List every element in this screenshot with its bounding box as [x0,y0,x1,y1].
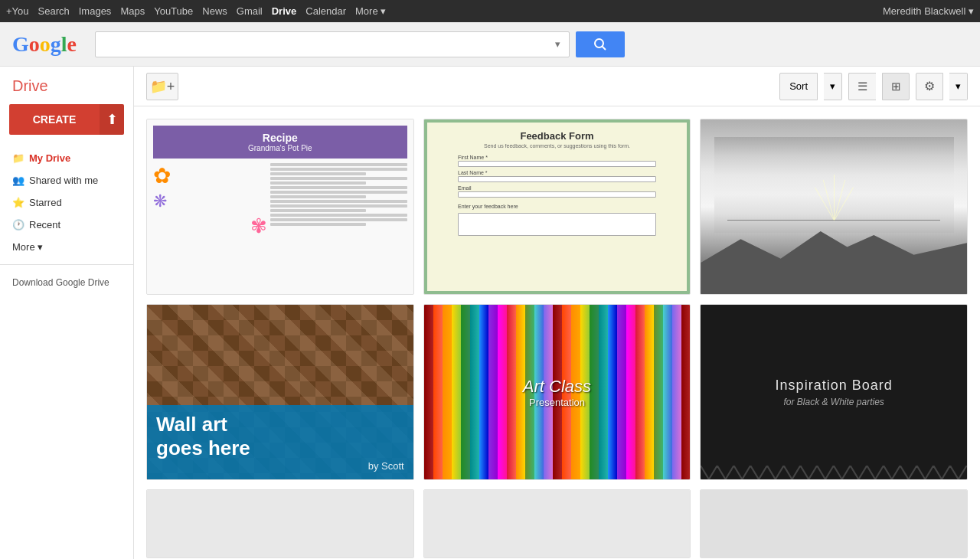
sidebar-label-my-drive: My Drive [29,152,70,164]
google-bar: +You Search Images Maps YouTube News Gma… [0,0,980,22]
file-preview-wall-art: Wall art goes here by Scott [147,305,413,479]
grid-view-icon: ⊞ [891,80,901,93]
recipe-text-line [270,163,407,166]
art-class-title: Art Class [523,377,591,397]
create-button-group: CREATE ⬆ [9,104,124,135]
google-bar-maps[interactable]: Maps [120,5,145,17]
logo-l: l [61,32,67,57]
recipe-text-line [270,181,366,185]
file-preview-inspiration: Inspiration Board for Black & White part… [701,305,967,479]
logo-o1: o [29,32,40,57]
sidebar-item-my-drive[interactable]: 📁 My Drive [0,147,133,169]
file-tile-wall-art[interactable]: Wall art goes here by Scott [146,304,414,480]
settings-chevron-icon: ▾ [956,80,961,92]
grid-view-button[interactable]: ⊞ [882,73,910,100]
search-button[interactable] [576,31,625,57]
download-drive-link[interactable]: Download Google Drive [0,271,133,294]
file-tile-art-class[interactable]: Art Class Presentation [423,304,691,480]
recipe-text-line [270,218,407,221]
svg-line-1 [603,46,606,50]
recipe-text-line [270,186,407,189]
list-view-button[interactable]: ☰ [848,73,876,100]
file-tile-partial-3[interactable] [700,489,968,558]
feedback-field-email: Email [458,185,656,198]
clock-icon: 🕐 [12,219,24,230]
search-dropdown-button[interactable]: ▾ [545,31,570,57]
create-dropdown-button[interactable]: ⬆ [100,104,124,135]
feedback-field-last: Last Name * [458,170,656,182]
search-input[interactable] [95,31,570,57]
sort-button[interactable]: Sort [779,73,818,100]
settings-button[interactable]: ⚙ [916,73,943,100]
google-bar-drive[interactable]: Drive [272,5,297,17]
new-folder-button[interactable]: 📁+ [146,73,178,100]
google-bar-more[interactable]: More ▾ [355,5,386,17]
recipe-text-line [270,200,407,203]
drive-title: Drive [0,74,133,104]
sidebar-label-more: More ▾ [12,241,43,253]
file-tile-partial-1[interactable] [146,489,414,558]
svg-point-0 [595,39,603,47]
logo-g: G [12,32,29,57]
recipe-text-line [270,172,366,175]
content-area: 📁+ Sort ▾ ☰ ⊞ ⚙ ▾ [134,67,980,559]
file-preview-feedback: Feedback Form Send us feedback, comments… [424,119,691,294]
shared-icon: 👥 [12,175,24,186]
logo-e: e [67,32,77,57]
sort-chevron-icon: ▾ [830,80,835,92]
settings-icon: ⚙ [924,79,935,93]
list-view-icon: ☰ [858,80,867,93]
logo-o2: o [40,32,51,57]
file-preview-sky [701,119,967,294]
search-row: Google ▾ [0,22,980,67]
file-tile-partial-2[interactable] [423,489,691,558]
recipe-text-line [270,204,407,208]
file-preview-recipe: Recipe Grandma's Pot Pie ✿ ❋ ✾ [147,119,413,294]
upload-icon: ⬆ [106,111,118,128]
wall-art-text2: goes here [156,436,404,460]
feedback-field-first: First Name * [458,155,656,167]
art-class-subtitle: Presentation [529,397,585,408]
google-bar-gmail[interactable]: Gmail [237,5,263,17]
sidebar-label-shared: Shared with me [29,175,98,186]
my-drive-icon: 📁 [12,152,24,164]
recipe-header: Recipe Grandma's Pot Pie [153,126,407,159]
sidebar-label-starred: Starred [29,197,62,208]
sidebar: Drive CREATE ⬆ 📁 My Drive 👥 Shared with … [0,67,134,559]
search-input-wrap: ▾ [95,31,570,57]
create-main-button[interactable]: CREATE [9,104,100,135]
wall-art-text1: Wall art [156,413,404,436]
recipe-text-line [270,195,366,198]
google-bar-news[interactable]: News [202,5,227,17]
recipe-flower-orange: ✿ [153,163,267,188]
content-toolbar: 📁+ Sort ▾ ☰ ⊞ ⚙ ▾ [134,67,980,106]
sidebar-item-recent[interactable]: 🕐 Recent [0,214,133,236]
file-tile-feedback-form[interactable]: Feedback Form Send us feedback, comments… [423,119,691,295]
feedback-subtitle: Send us feedback, comments, or suggestio… [484,143,630,149]
sort-label: Sort [789,80,808,92]
recipe-text-line [270,209,366,212]
google-bar-images[interactable]: Images [79,5,112,17]
wall-art-by: by Scott [156,460,404,472]
file-tile-recipe[interactable]: Recipe Grandma's Pot Pie ✿ ❋ ✾ [146,119,414,295]
search-icon [593,38,607,51]
recipe-text-line [270,177,407,180]
main-layout: Drive CREATE ⬆ 📁 My Drive 👥 Shared with … [0,67,980,559]
google-bar-calendar[interactable]: Calendar [305,5,346,17]
sort-dropdown-button[interactable]: ▾ [824,73,842,100]
file-tile-inspiration[interactable]: Inspiration Board for Black & White part… [700,304,968,480]
recipe-text-line [270,214,407,217]
sidebar-item-shared-with-me[interactable]: 👥 Shared with me [0,169,133,191]
google-bar-search[interactable]: Search [38,5,70,17]
user-account-bar[interactable]: Meredith Blackwell ▾ [883,5,974,17]
settings-dropdown-button[interactable]: ▾ [949,73,968,100]
sidebar-item-starred[interactable]: ⭐ Starred [0,191,133,214]
file-tile-sky[interactable] [700,119,968,295]
recipe-flower-purple: ❋ [153,191,267,211]
google-bar-youtube[interactable]: YouTube [154,5,193,17]
file-preview-art-class: Art Class Presentation [424,305,691,479]
sidebar-item-more[interactable]: More ▾ [0,236,133,258]
inspiration-subtitle: for Black & White parties [783,397,884,407]
google-bar-plus-you[interactable]: +You [6,5,29,17]
sidebar-divider [0,264,133,265]
